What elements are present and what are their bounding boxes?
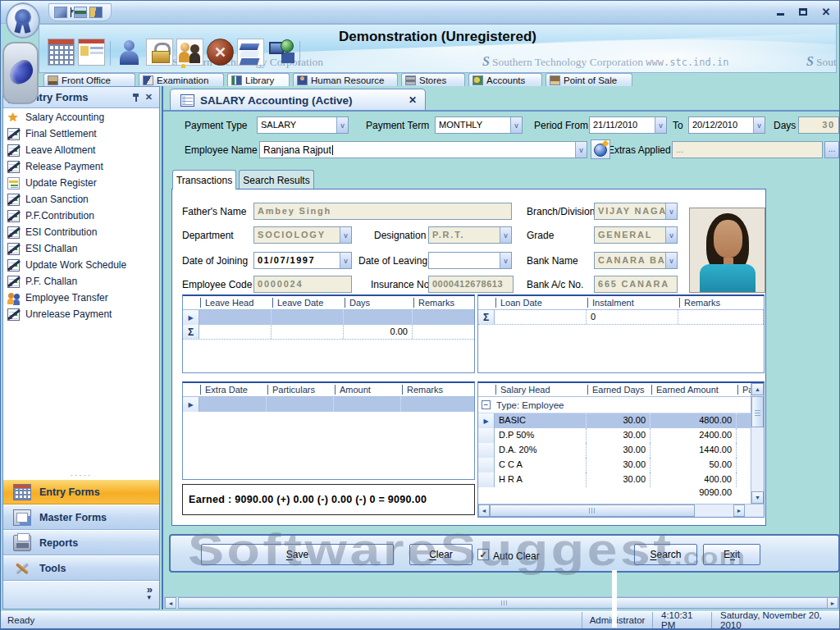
scroll-down-icon[interactable]: ▼	[751, 491, 764, 504]
network-globe-icon[interactable]	[267, 39, 294, 66]
table-row[interactable]: D.A. 20% 30.00 1440.00	[478, 443, 764, 458]
table-row[interactable]: ▶ BASIC 30.00 4800.00	[478, 413, 764, 428]
chevron-down-icon[interactable]: ▾	[71, 7, 71, 17]
sidebar-item-update-register[interactable]: Update Register	[3, 175, 159, 191]
workspace-horizontal-scrollbar[interactable]: ◄ ►	[164, 596, 839, 609]
tab-front-office[interactable]: Front Office	[43, 73, 135, 86]
dropdown-button[interactable]: v	[665, 203, 677, 219]
dropdown-button[interactable]: v	[336, 117, 348, 133]
nav-master-forms[interactable]: Master Forms	[3, 504, 159, 530]
department-select[interactable]: SOCIOLOGYv	[253, 226, 352, 244]
date-of-joining-select[interactable]: 01/07/1997v	[253, 252, 352, 269]
document-close-icon[interactable]: ✕	[409, 94, 417, 106]
table-row[interactable]: ▶	[183, 397, 474, 412]
app-logo-button[interactable]	[2, 42, 39, 104]
save-button[interactable]: Save	[201, 544, 394, 565]
exit-button[interactable]: Exit	[703, 544, 760, 565]
sidebar-close-icon[interactable]: ✕	[145, 92, 153, 103]
sidebar-item-final-settlement[interactable]: Final Settlement	[3, 126, 159, 142]
quick-icon-organization[interactable]	[54, 7, 67, 18]
tab-human-resource[interactable]: Human Resource	[293, 73, 398, 86]
scroll-right-icon[interactable]: ►	[827, 597, 838, 609]
tab-point-of-sale[interactable]: Point of Sale	[546, 73, 632, 86]
sidebar-item-salary-accounting[interactable]: ★Salary Accounting	[3, 109, 159, 126]
nav-reports[interactable]: Reports	[3, 530, 159, 555]
scrollbar-thumb[interactable]	[178, 597, 831, 609]
period-to-select[interactable]: 20/12/2010v	[688, 116, 765, 134]
lock-icon[interactable]	[146, 39, 173, 66]
users-key-icon[interactable]	[176, 39, 203, 66]
pin-icon[interactable]	[130, 93, 140, 103]
scroll-right-icon[interactable]: ►	[733, 504, 745, 517]
dropdown-button[interactable]: v	[500, 227, 511, 243]
sidebar-item-loan-sanction[interactable]: Loan Sanction	[3, 191, 159, 208]
employee-icon[interactable]	[116, 39, 143, 66]
search-button[interactable]: Search	[634, 544, 697, 565]
dropdown-button[interactable]: v	[340, 227, 351, 243]
dropdown-button[interactable]: v	[665, 253, 677, 268]
nav-tools[interactable]: Tools	[3, 555, 159, 581]
vertical-scrollbar[interactable]: ▲ ▼	[751, 383, 764, 504]
sidebar-item-unrelease-payment[interactable]: Unrelease Payment	[3, 306, 159, 322]
dropdown-button[interactable]: v	[340, 253, 351, 268]
designation-select[interactable]: P.R.T.v	[428, 226, 512, 244]
books-icon[interactable]	[237, 39, 264, 66]
sidebar-item-pf-challan[interactable]: P.F. Challan	[3, 273, 159, 290]
bank-name-select[interactable]: CANARA BAv	[594, 252, 678, 269]
table-row[interactable]: ▶	[183, 310, 474, 325]
document-tab-salary-accounting[interactable]: SALARY Accounting (Active) ✕	[170, 89, 426, 111]
scrollbar-thumb[interactable]	[751, 396, 764, 427]
dropdown-button[interactable]: v	[500, 253, 511, 268]
grade-select[interactable]: GENERALv	[594, 226, 678, 244]
period-from-select[interactable]: 21/11/2010v	[589, 116, 667, 134]
branch-division-select[interactable]: VIJAY NAGAv	[594, 203, 678, 220]
dropdown-button[interactable]: v	[575, 142, 587, 158]
auto-clear-checkbox[interactable]: ✓	[477, 549, 489, 560]
sidebar-item-esi-contribution[interactable]: ESI Contribution	[3, 224, 159, 240]
scroll-up-icon[interactable]: ▲	[751, 383, 764, 395]
nav-entry-forms[interactable]: Entry Forms	[3, 479, 159, 504]
sidebar-item-leave-allotment[interactable]: Leave Allotment	[3, 142, 159, 158]
date-of-leaving-select[interactable]: v	[428, 252, 512, 269]
quick-icon-schedule[interactable]	[74, 7, 87, 18]
dropdown-button[interactable]: v	[655, 117, 666, 133]
salary-group-row[interactable]: − Type: Employee	[478, 397, 764, 413]
tab-transactions[interactable]: Transactions	[172, 170, 236, 189]
caret-down-icon[interactable]: ▾	[147, 593, 151, 601]
extras-globe-button[interactable]	[591, 139, 610, 159]
sidebar-item-esi-challan[interactable]: ESI Challan	[3, 240, 159, 257]
dropdown-button[interactable]: v	[665, 227, 677, 243]
tab-examination[interactable]: Examination	[139, 73, 224, 86]
sidebar-item-release-payment[interactable]: Release Payment	[3, 158, 159, 175]
report-page-icon[interactable]	[78, 39, 105, 66]
collapse-icon[interactable]: −	[482, 400, 491, 409]
sidebar-item-update-work-schedule[interactable]: Update Work Schedule	[3, 257, 159, 273]
scroll-left-icon[interactable]: ◄	[478, 504, 490, 517]
sidebar-item-employee-transfer[interactable]: Employee Transfer	[3, 290, 159, 306]
extras-browse-button[interactable]: ...	[824, 141, 839, 158]
tab-stores[interactable]: Stores	[401, 73, 465, 86]
scrollbar-thumb[interactable]	[490, 504, 695, 517]
clear-button[interactable]: Clear	[409, 544, 472, 565]
app-badge-icon[interactable]	[6, 2, 40, 39]
table-row[interactable]: C C A 30.00 50.00	[478, 458, 764, 472]
dropdown-button[interactable]: v	[753, 117, 765, 133]
restore-button[interactable]	[795, 6, 811, 18]
employee-name-input[interactable]: Ranjana Rajput v	[259, 141, 587, 158]
table-row[interactable]: H R A 30.00 400.00	[478, 472, 764, 487]
cancel-icon[interactable]	[207, 39, 234, 66]
payment-term-select[interactable]: MONTHLYv	[435, 116, 523, 134]
calendar-icon[interactable]	[48, 39, 75, 66]
tab-library[interactable]: Library	[227, 73, 290, 86]
minimize-button[interactable]	[772, 6, 788, 18]
horizontal-scrollbar[interactable]: ◄ ►	[478, 504, 764, 517]
scroll-left-icon[interactable]: ◄	[165, 597, 176, 609]
tab-accounts[interactable]: Accounts	[468, 73, 542, 86]
tab-search-results[interactable]: Search Results	[239, 170, 314, 189]
close-button[interactable]: ✕	[818, 6, 834, 18]
dropdown-button[interactable]: v	[510, 117, 522, 133]
sidebar-item-pf-contribution[interactable]: P.F.Contribution	[3, 208, 159, 224]
payment-type-select[interactable]: SALARYv	[257, 116, 349, 134]
table-row[interactable]: D.P 50% 30.00 2400.00	[478, 428, 764, 443]
quick-icon-users[interactable]	[89, 7, 103, 18]
